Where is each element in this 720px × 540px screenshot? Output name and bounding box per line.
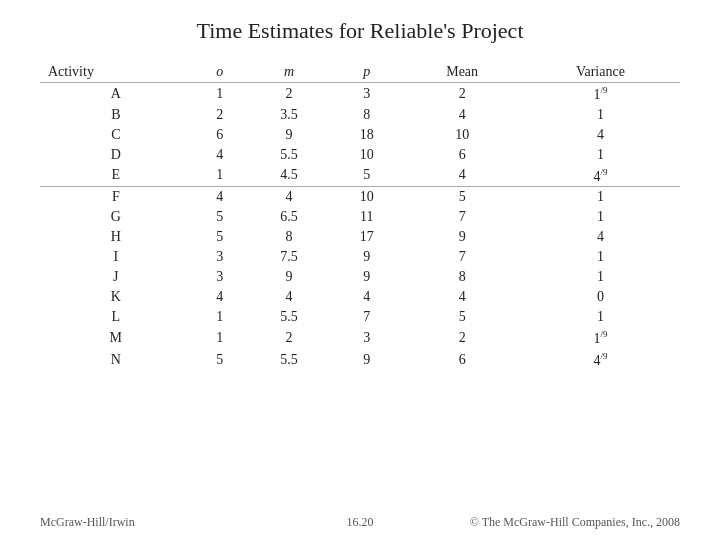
cell-m: 5.5 [248,145,330,165]
table-header-row: Activity o m p Mean Variance [40,62,680,83]
cell-m: 7.5 [248,247,330,267]
cell-mean: 4 [404,287,521,307]
cell-p: 11 [330,207,403,227]
cell-mean: 2 [404,327,521,349]
cell-variance: 1 [521,105,680,125]
cell-variance: 1 [521,187,680,208]
cell-activity: J [40,267,192,287]
cell-m: 2 [248,327,330,349]
cell-m: 3.5 [248,105,330,125]
cell-variance: 1 [521,267,680,287]
cell-m: 2 [248,83,330,105]
cell-activity: F [40,187,192,208]
cell-activity: M [40,327,192,349]
cell-variance: 4/9 [521,349,680,371]
page-title: Time Estimates for Reliable's Project [40,18,680,44]
table-row: K44440 [40,287,680,307]
cell-mean: 9 [404,227,521,247]
cell-mean: 8 [404,267,521,287]
cell-m: 4 [248,187,330,208]
cell-activity: K [40,287,192,307]
col-header-mean: Mean [404,62,521,83]
cell-variance: 4/9 [521,165,680,187]
cell-activity: A [40,83,192,105]
cell-p: 10 [330,187,403,208]
cell-variance: 1 [521,247,680,267]
cell-p: 17 [330,227,403,247]
cell-variance: 1 [521,307,680,327]
table-row: D45.51061 [40,145,680,165]
page: Time Estimates for Reliable's Project Ac… [0,0,720,540]
footer-right: © The McGraw-Hill Companies, Inc., 2008 [470,515,680,530]
cell-mean: 10 [404,125,521,145]
table-row: F441051 [40,187,680,208]
cell-o: 6 [192,125,248,145]
cell-variance: 1 [521,207,680,227]
cell-p: 18 [330,125,403,145]
cell-o: 4 [192,145,248,165]
cell-o: 5 [192,227,248,247]
cell-activity: D [40,145,192,165]
cell-mean: 2 [404,83,521,105]
cell-mean: 7 [404,207,521,227]
cell-m: 9 [248,125,330,145]
col-header-o: o [192,62,248,83]
cell-p: 7 [330,307,403,327]
table-row: I37.5971 [40,247,680,267]
table-row: M12321/9 [40,327,680,349]
cell-mean: 4 [404,105,521,125]
cell-activity: L [40,307,192,327]
cell-o: 4 [192,287,248,307]
cell-activity: H [40,227,192,247]
cell-p: 9 [330,247,403,267]
cell-variance: 4 [521,125,680,145]
cell-variance: 4 [521,227,680,247]
cell-m: 8 [248,227,330,247]
cell-m: 4 [248,287,330,307]
col-header-m: m [248,62,330,83]
cell-o: 3 [192,247,248,267]
cell-o: 4 [192,187,248,208]
table-row: G56.51171 [40,207,680,227]
cell-activity: G [40,207,192,227]
cell-o: 1 [192,83,248,105]
col-header-activity: Activity [40,62,192,83]
cell-mean: 4 [404,165,521,187]
table-row: J39981 [40,267,680,287]
cell-p: 9 [330,267,403,287]
cell-mean: 5 [404,187,521,208]
cell-o: 1 [192,307,248,327]
table-row: E14.5544/9 [40,165,680,187]
cell-m: 5.5 [248,349,330,371]
cell-m: 9 [248,267,330,287]
cell-o: 5 [192,349,248,371]
cell-p: 3 [330,327,403,349]
table-row: L15.5751 [40,307,680,327]
footer: McGraw-Hill/Irwin 16.20 © The McGraw-Hil… [40,515,680,530]
cell-variance: 1 [521,145,680,165]
cell-p: 5 [330,165,403,187]
cell-mean: 5 [404,307,521,327]
cell-m: 5.5 [248,307,330,327]
data-table: Activity o m p Mean Variance A12321/9B23… [40,62,680,371]
cell-o: 5 [192,207,248,227]
cell-activity: E [40,165,192,187]
cell-mean: 6 [404,349,521,371]
table-row: N55.5964/9 [40,349,680,371]
cell-p: 8 [330,105,403,125]
cell-activity: N [40,349,192,371]
footer-center: 16.20 [347,515,374,530]
table-row: B23.5841 [40,105,680,125]
cell-m: 4.5 [248,165,330,187]
cell-o: 3 [192,267,248,287]
cell-activity: I [40,247,192,267]
cell-p: 4 [330,287,403,307]
cell-mean: 6 [404,145,521,165]
cell-p: 9 [330,349,403,371]
cell-m: 6.5 [248,207,330,227]
table-row: C6918104 [40,125,680,145]
cell-variance: 1/9 [521,327,680,349]
table-row: A12321/9 [40,83,680,105]
cell-o: 1 [192,165,248,187]
cell-o: 1 [192,327,248,349]
